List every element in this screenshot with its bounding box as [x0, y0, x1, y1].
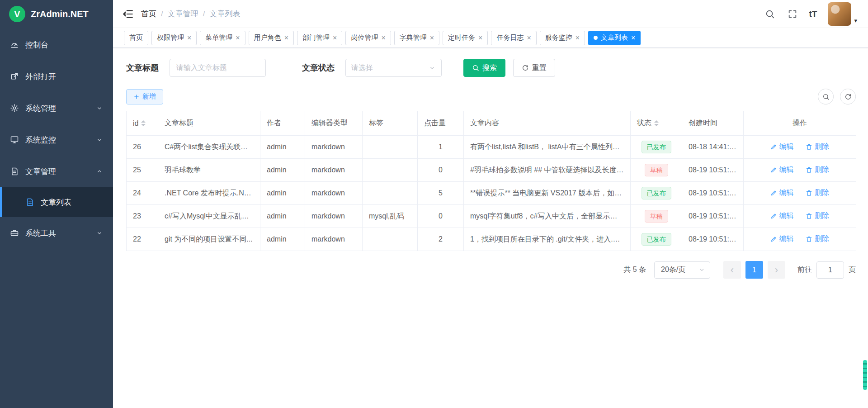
column-header-actions: 操作 [744, 111, 856, 136]
add-button[interactable]: 新增 [126, 89, 163, 104]
external-link-icon [10, 72, 19, 81]
column-header-status[interactable]: 状态 [631, 111, 682, 136]
status-badge: 草稿 [645, 210, 668, 223]
status-badge: 草稿 [645, 164, 668, 177]
tab-user-role[interactable]: 用户角色× [249, 31, 294, 45]
sidebar-menu: 控制台 外部打开 系统管理 系统监控 文章管理 文章列表 系统工具 [0, 28, 113, 249]
active-dot-icon [594, 36, 598, 40]
user-menu[interactable]: ▾ [828, 2, 857, 26]
table-row: 24 .NET Core 发布时提示.NET... admin markdown… [127, 182, 856, 205]
search-icon[interactable] [764, 8, 776, 20]
breadcrumb-article-management[interactable]: 文章管理 [168, 9, 198, 19]
tab-scheduled-task[interactable]: 定时任务× [443, 31, 488, 45]
edit-label: 编辑 [779, 165, 794, 175]
tab-dictionary[interactable]: 字典管理× [394, 31, 439, 45]
scrollbar-thumb[interactable] [863, 360, 867, 390]
tab-task-log[interactable]: 任务日志× [491, 31, 536, 45]
column-header-id[interactable]: id [127, 111, 158, 136]
close-icon[interactable]: × [187, 34, 191, 42]
sidebar-item-article-list[interactable]: 文章列表 [0, 187, 113, 217]
sidebar-item-external-open[interactable]: 外部打开 [0, 61, 113, 92]
close-icon[interactable]: × [478, 34, 482, 42]
cell-id: 24 [127, 182, 158, 205]
page-number-button[interactable]: 1 [745, 261, 763, 279]
app-logo: V ZrAdmin.NET [0, 0, 113, 28]
tab-label: 菜单管理 [205, 33, 232, 42]
delete-button[interactable]: 删除 [806, 234, 829, 244]
delete-button[interactable]: 删除 [806, 165, 829, 175]
top-header: 首页 / 文章管理 / 文章列表 tT ▾ [113, 0, 868, 28]
refresh-table-button[interactable] [840, 89, 856, 104]
prev-page-button[interactable]: ‹ [723, 261, 741, 279]
cell-actions: 编辑 删除 [744, 228, 856, 251]
article-title-input[interactable] [170, 59, 266, 77]
cell-content: #羽毛球拍参数说明 ## 中管软硬选择以及长度介... [464, 159, 631, 182]
tab-service-monitor[interactable]: 服务监控× [540, 31, 585, 45]
cell-author: admin [260, 136, 305, 159]
article-status-label: 文章状态 [302, 62, 335, 73]
tab-home[interactable]: 首页 [124, 31, 148, 45]
tab-post[interactable]: 岗位管理× [345, 31, 391, 45]
close-icon[interactable]: × [284, 34, 288, 42]
next-page-button[interactable]: › [768, 261, 785, 279]
chevron-down-icon [429, 64, 436, 71]
column-header-author: 作者 [260, 111, 305, 136]
close-icon[interactable]: × [576, 34, 580, 42]
close-icon[interactable]: × [333, 34, 337, 42]
close-icon[interactable]: × [381, 34, 385, 42]
cell-editor: markdown [305, 136, 363, 159]
cell-created: 08-19 10:51:29 [682, 159, 744, 182]
sidebar-item-system-tools[interactable]: 系统工具 [0, 217, 113, 249]
document-icon [25, 198, 34, 207]
edit-button[interactable]: 编辑 [770, 234, 794, 244]
main-area: 首页 / 文章管理 / 文章列表 tT ▾ 首页 权限管理× 菜单管理× 用户角… [113, 0, 868, 408]
font-size-icon[interactable]: tT [809, 8, 817, 20]
delete-label: 删除 [815, 165, 829, 175]
delete-button[interactable]: 删除 [806, 188, 829, 198]
page-size-select[interactable]: 20条/页 [654, 261, 710, 279]
tab-article-list[interactable]: 文章列表× [588, 31, 641, 45]
goto-page-input[interactable] [816, 261, 844, 279]
column-label: 操作 [793, 119, 807, 127]
tab-label: 定时任务 [448, 33, 475, 42]
close-icon[interactable]: × [430, 34, 434, 42]
article-status-select[interactable]: 请选择 [345, 59, 442, 77]
breadcrumb-separator: / [203, 9, 205, 19]
search-button[interactable]: 搜索 [463, 59, 505, 77]
cell-author: admin [260, 182, 305, 205]
close-icon[interactable]: × [631, 34, 635, 42]
sidebar-item-label: 系统工具 [25, 228, 56, 238]
cell-content: 有两个list,listA 和listB， listA中有三个属性列为St... [464, 136, 631, 159]
tab-label: 部门管理 [302, 33, 330, 42]
edit-button[interactable]: 编辑 [770, 142, 794, 152]
delete-button[interactable]: 删除 [806, 142, 829, 152]
edit-button[interactable]: 编辑 [770, 211, 794, 221]
tab-permission[interactable]: 权限管理× [151, 31, 197, 45]
sidebar-collapse-button[interactable] [122, 8, 134, 20]
toolbar-right-actions [818, 89, 856, 104]
table-row: 23 c#写入Mysql中文显示乱码 ... admin markdown my… [127, 205, 856, 228]
sort-icon[interactable] [141, 120, 146, 126]
sort-icon[interactable] [654, 120, 659, 126]
close-icon[interactable]: × [527, 34, 531, 42]
column-header-created: 创建时间 [682, 111, 744, 136]
edit-button[interactable]: 编辑 [770, 188, 794, 198]
sidebar-item-article-management[interactable]: 文章管理 [0, 156, 113, 187]
sidebar-item-system-monitor[interactable]: 系统监控 [0, 124, 113, 156]
avatar[interactable] [828, 2, 851, 26]
delete-button[interactable]: 删除 [806, 211, 829, 221]
status-badge: 已发布 [642, 187, 671, 200]
column-header-content: 文章内容 [464, 111, 631, 136]
tab-department[interactable]: 部门管理× [297, 31, 342, 45]
pagination: 共 5 条 20条/页 ‹ 1 › 前往 页 [126, 261, 856, 279]
breadcrumb-home[interactable]: 首页 [141, 9, 156, 19]
fullscreen-icon[interactable] [787, 8, 798, 20]
edit-button[interactable]: 编辑 [770, 165, 794, 175]
toggle-search-button[interactable] [818, 89, 834, 104]
status-badge: 已发布 [642, 141, 671, 154]
close-icon[interactable]: × [236, 34, 240, 42]
tab-menu-management[interactable]: 菜单管理× [200, 31, 245, 45]
reset-button[interactable]: 重置 [513, 59, 555, 77]
sidebar-item-dashboard[interactable]: 控制台 [0, 29, 113, 61]
sidebar-item-system-management[interactable]: 系统管理 [0, 92, 113, 124]
